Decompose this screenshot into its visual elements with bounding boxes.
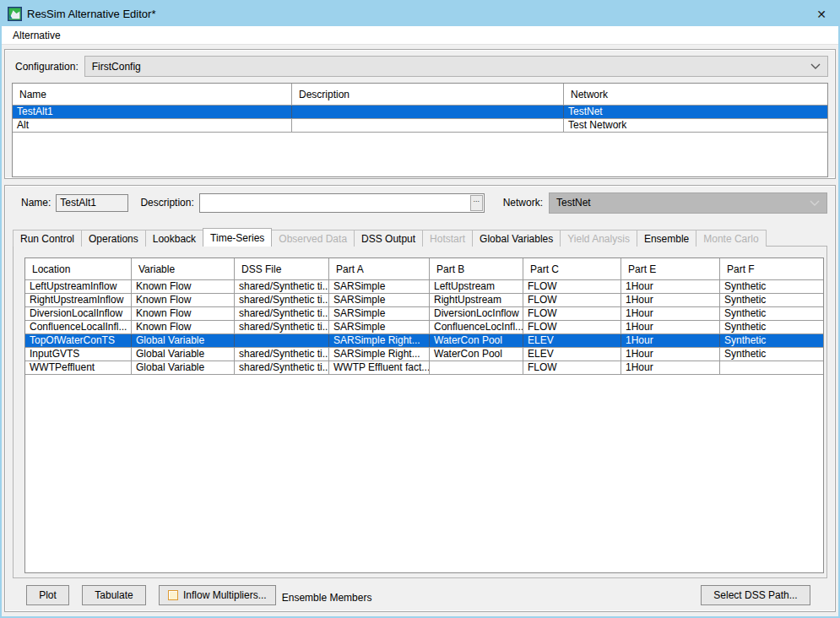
menu-alternative[interactable]: Alternative	[13, 30, 61, 41]
table-cell[interactable]: Alt	[13, 119, 292, 132]
table-cell[interactable]: RightUpstream	[430, 294, 523, 306]
table-cell[interactable]	[292, 106, 564, 118]
table-cell[interactable]: Known Flow	[132, 307, 235, 320]
table-cell[interactable]: ConfluenceLocInfl...	[430, 321, 523, 333]
table-cell[interactable]: FLOW	[523, 307, 621, 320]
table-cell[interactable]: SARSimple	[329, 321, 430, 333]
tab-operations[interactable]: Operations	[81, 230, 146, 247]
table-cell[interactable]: ELEV	[523, 334, 621, 347]
table-cell[interactable]: SARSimple Right...	[329, 348, 430, 360]
table-cell[interactable]: Global Variable	[132, 334, 235, 347]
table-cell[interactable]	[720, 361, 823, 374]
description-expand-button[interactable]: ...	[470, 195, 483, 211]
table-cell[interactable]	[292, 119, 564, 132]
table-row[interactable]: InputGVTSGlobal Variableshared/Synthetic…	[25, 348, 823, 361]
table-cell[interactable]: 1Hour	[621, 361, 720, 374]
table-cell[interactable]: Known Flow	[132, 280, 235, 293]
tab-global-variables[interactable]: Global Variables	[472, 230, 561, 247]
tab-ensemble[interactable]: Ensemble	[637, 230, 696, 247]
table-cell[interactable]: FLOW	[523, 361, 621, 374]
column-header[interactable]: Description	[292, 84, 564, 105]
table-cell[interactable]: ELEV	[523, 348, 621, 360]
table-cell[interactable]: shared/Synthetic ti...	[235, 280, 329, 293]
tab-dss-output[interactable]: DSS Output	[354, 230, 423, 247]
table-row[interactable]: TestAlt1TestNet	[13, 106, 827, 119]
table-cell[interactable]: LeftUpstreamInflow	[25, 280, 132, 293]
table-cell[interactable]: Synthetic	[720, 307, 823, 320]
tab-lookback[interactable]: Lookback	[145, 230, 203, 247]
table-cell[interactable]: 1Hour	[621, 334, 720, 347]
table-cell[interactable]: SARSimple	[329, 307, 430, 320]
table-row[interactable]: RightUpstreamInflowKnown Flowshared/Synt…	[25, 294, 823, 307]
table-cell[interactable]: 1Hour	[621, 321, 720, 333]
table-row[interactable]: WWTPeffluentGlobal Variableshared/Synthe…	[25, 361, 823, 375]
column-header[interactable]: Part B	[430, 258, 523, 279]
table-cell[interactable]: FLOW	[523, 321, 621, 333]
table-cell[interactable]: 1Hour	[621, 294, 720, 306]
table-cell[interactable]: TestAlt1	[13, 106, 292, 118]
table-cell[interactable]: SARSimple Right...	[329, 334, 430, 347]
table-cell[interactable]: TestNet	[564, 106, 827, 118]
table-cell[interactable]: shared/Synthetic ti...	[235, 294, 329, 306]
table-cell[interactable]: 1Hour	[621, 307, 720, 320]
plot-button[interactable]: Plot	[26, 585, 69, 605]
column-header[interactable]: Part F	[720, 258, 823, 279]
table-cell[interactable]: WWTPeffluent	[25, 361, 132, 374]
table-cell[interactable]: shared/Synthetic ti...	[235, 348, 329, 360]
table-cell[interactable]: WaterCon Pool	[430, 348, 523, 360]
table-cell[interactable]: RightUpstreamInflow	[25, 294, 132, 306]
table-row[interactable]: AltTest Network	[13, 119, 827, 133]
name-field[interactable]: TestAlt1	[56, 194, 128, 212]
table-cell[interactable]: InputGVTS	[25, 348, 132, 360]
table-cell[interactable]	[235, 334, 329, 347]
description-input[interactable]	[200, 195, 470, 211]
table-row[interactable]: DiversionLocalInflowKnown Flowshared/Syn…	[25, 307, 823, 321]
table-cell[interactable]: Test Network	[564, 119, 827, 132]
configuration-dropdown[interactable]: FirstConfig	[84, 56, 828, 77]
select-dss-path-button[interactable]: Select DSS Path...	[701, 585, 810, 605]
table-cell[interactable]: LeftUpstream	[430, 280, 523, 293]
table-cell[interactable]: DiversionLocalInflow	[25, 307, 132, 320]
table-cell[interactable]: Synthetic	[720, 334, 823, 347]
table-cell[interactable]: Synthetic	[720, 294, 823, 306]
tabulate-button[interactable]: Tabulate	[82, 585, 146, 605]
table-row[interactable]: TopOfWaterConTSGlobal VariableSARSimple …	[25, 334, 823, 348]
table-cell[interactable]: WWTP Effluent fact...	[329, 361, 430, 374]
column-header[interactable]: Part C	[523, 258, 621, 279]
table-cell[interactable]: Known Flow	[132, 294, 235, 306]
table-cell[interactable]: 1Hour	[621, 280, 720, 293]
column-header[interactable]: Part A	[329, 258, 430, 279]
title-bar[interactable]: ResSim Alternative Editor* ✕	[2, 2, 838, 26]
table-cell[interactable]: shared/Synthetic ti...	[235, 361, 329, 374]
table-cell[interactable]: Synthetic	[720, 348, 823, 360]
column-header[interactable]: DSS File	[235, 258, 329, 279]
table-cell[interactable]: SARSimple	[329, 294, 430, 306]
column-header[interactable]: Location	[25, 258, 132, 279]
tab-run-control[interactable]: Run Control	[13, 230, 82, 247]
table-cell[interactable]: Global Variable	[132, 348, 235, 360]
table-cell[interactable]: 1Hour	[621, 348, 720, 360]
table-cell[interactable]: Known Flow	[132, 321, 235, 333]
inflow-multipliers-button[interactable]: Inflow Multipliers...	[159, 585, 276, 605]
table-cell[interactable]: shared/Synthetic ti...	[235, 321, 329, 333]
table-cell[interactable]: Global Variable	[132, 361, 235, 374]
table-cell[interactable]: ConfluenceLocalInfl...	[25, 321, 132, 333]
column-header[interactable]: Name	[13, 84, 292, 105]
table-row[interactable]: LeftUpstreamInflowKnown Flowshared/Synth…	[25, 280, 823, 294]
close-button[interactable]: ✕	[805, 2, 838, 26]
table-row[interactable]: ConfluenceLocalInfl...Known Flowshared/S…	[25, 321, 823, 334]
tab-time-series[interactable]: Time-Series	[203, 228, 272, 247]
table-cell[interactable]: Synthetic	[720, 280, 823, 293]
column-header[interactable]: Part E	[621, 258, 720, 279]
table-cell[interactable]: WaterCon Pool	[430, 334, 523, 347]
table-cell[interactable]	[430, 361, 523, 374]
column-header[interactable]: Network	[564, 84, 827, 105]
table-cell[interactable]: SARSimple	[329, 280, 430, 293]
table-cell[interactable]: DiversionLocInflow	[430, 307, 523, 320]
table-cell[interactable]: TopOfWaterConTS	[25, 334, 132, 347]
column-header[interactable]: Variable	[132, 258, 235, 279]
table-cell[interactable]: shared/Synthetic ti...	[235, 307, 329, 320]
table-cell[interactable]: FLOW	[523, 294, 621, 306]
table-cell[interactable]: FLOW	[523, 280, 621, 293]
table-cell[interactable]: Synthetic	[720, 321, 823, 333]
